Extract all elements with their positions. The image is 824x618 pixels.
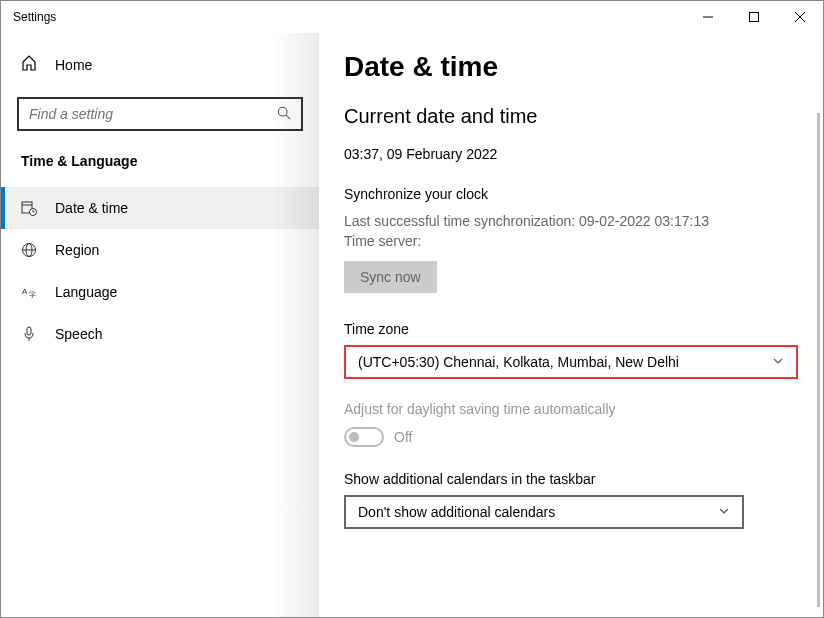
- home-label: Home: [55, 57, 92, 73]
- dst-toggle: [344, 427, 384, 447]
- svg-line-5: [286, 115, 290, 119]
- sync-clock-label: Synchronize your clock: [344, 186, 798, 202]
- language-icon: A字: [21, 284, 37, 300]
- window-title: Settings: [13, 10, 685, 24]
- timezone-label: Time zone: [344, 321, 798, 337]
- sidebar-item-speech[interactable]: Speech: [1, 313, 319, 355]
- home-icon: [21, 55, 37, 75]
- page-title: Date & time: [344, 51, 798, 83]
- window-controls: [685, 1, 823, 33]
- calendars-dropdown[interactable]: Don't show additional calendars: [344, 495, 744, 529]
- dst-toggle-row: Off: [344, 427, 798, 447]
- time-server-text: Time server:: [344, 232, 798, 252]
- main-area: Home Time & Language Date & time Region: [1, 33, 823, 617]
- chevron-down-icon: [718, 504, 730, 520]
- svg-point-4: [278, 107, 287, 116]
- sidebar-item-date-time[interactable]: Date & time: [1, 187, 319, 229]
- titlebar: Settings: [1, 1, 823, 33]
- sync-now-button[interactable]: Sync now: [344, 261, 437, 293]
- svg-text:字: 字: [29, 291, 36, 298]
- search-input[interactable]: [17, 97, 303, 131]
- sidebar: Home Time & Language Date & time Region: [1, 33, 319, 617]
- calendars-value: Don't show additional calendars: [358, 504, 555, 520]
- maximize-button[interactable]: [731, 1, 777, 33]
- category-title: Time & Language: [1, 153, 319, 187]
- timezone-dropdown[interactable]: (UTC+05:30) Chennai, Kolkata, Mumbai, Ne…: [344, 345, 798, 379]
- globe-icon: [21, 242, 37, 258]
- last-sync-text: Last successful time synchronization: 09…: [344, 212, 798, 232]
- section-current-datetime: Current date and time: [344, 105, 798, 128]
- home-nav[interactable]: Home: [1, 47, 319, 83]
- close-button[interactable]: [777, 1, 823, 33]
- calendar-clock-icon: [21, 200, 37, 216]
- chevron-down-icon: [772, 354, 784, 370]
- microphone-icon: [21, 326, 37, 342]
- calendars-label: Show additional calendars in the taskbar: [344, 471, 798, 487]
- sidebar-item-language[interactable]: A字 Language: [1, 271, 319, 313]
- svg-rect-16: [27, 327, 31, 335]
- sidebar-item-label: Speech: [55, 326, 102, 342]
- sidebar-item-label: Region: [55, 242, 99, 258]
- sidebar-item-region[interactable]: Region: [1, 229, 319, 271]
- dst-label: Adjust for daylight saving time automati…: [344, 401, 798, 417]
- content-panel: Date & time Current date and time 03:37,…: [319, 33, 823, 617]
- datetime-value: 03:37, 09 February 2022: [344, 146, 798, 162]
- sidebar-item-label: Date & time: [55, 200, 128, 216]
- timezone-value: (UTC+05:30) Chennai, Kolkata, Mumbai, Ne…: [358, 354, 679, 370]
- search-icon: [277, 106, 291, 123]
- sidebar-item-label: Language: [55, 284, 117, 300]
- svg-text:A: A: [22, 287, 28, 296]
- minimize-button[interactable]: [685, 1, 731, 33]
- svg-rect-1: [750, 13, 759, 22]
- search-field[interactable]: [29, 106, 277, 122]
- dst-toggle-value: Off: [394, 429, 412, 445]
